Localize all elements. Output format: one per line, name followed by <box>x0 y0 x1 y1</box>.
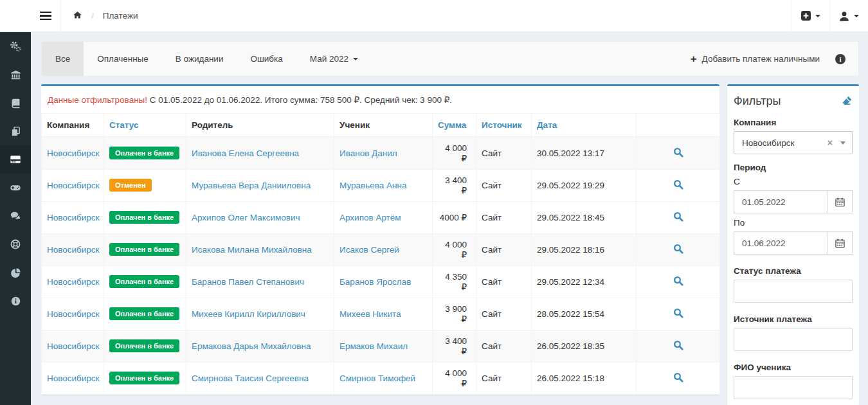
company-link[interactable]: Новосибирск <box>47 148 100 158</box>
col-status-sort[interactable]: Статус <box>104 114 186 138</box>
status-badge: Оплачен в банке <box>109 372 179 384</box>
company-link[interactable]: Новосибирск <box>47 341 100 351</box>
view-payment-button[interactable] <box>673 214 683 224</box>
period-to-label: По <box>734 218 853 228</box>
view-payment-button[interactable] <box>673 182 683 192</box>
source-filter-input[interactable] <box>734 328 853 351</box>
plus-square-icon <box>801 11 811 21</box>
parent-link[interactable]: Смирнова Таисия Сергеевна <box>192 374 309 383</box>
sidebar-toggle-button[interactable] <box>31 0 61 32</box>
sidebar-item-reports[interactable] <box>0 258 31 287</box>
student-link[interactable]: Иванов Данил <box>339 148 397 158</box>
clear-filters-button[interactable] <box>842 95 853 108</box>
parent-link[interactable]: Баранов Павел Степанович <box>192 277 304 287</box>
search-icon <box>673 244 683 254</box>
info-circle-icon[interactable]: i <box>835 54 845 64</box>
company-link[interactable]: Новосибирск <box>47 277 100 287</box>
amount-cell: 4000 ₽ <box>433 201 476 233</box>
view-payment-button[interactable] <box>673 246 683 256</box>
status-badge: Оплачен в банке <box>109 339 179 352</box>
student-link[interactable]: Архипов Артём <box>339 213 401 222</box>
view-payment-button[interactable] <box>673 310 683 320</box>
life-ring-icon <box>10 239 21 250</box>
student-link[interactable]: Баранов Ярослав <box>339 277 411 287</box>
view-payment-button[interactable] <box>673 150 683 159</box>
student-link[interactable]: Смирнов Тимофей <box>339 374 415 383</box>
student-link[interactable]: Муравьева Анна <box>339 181 406 190</box>
view-payment-button[interactable] <box>673 375 683 384</box>
search-icon <box>673 276 683 286</box>
comments-icon <box>10 210 21 222</box>
copy-icon <box>10 126 21 137</box>
table-row: Новосибирск Оплачен в банке Баранов Паве… <box>42 266 720 298</box>
parent-link[interactable]: Архипов Олег Максимович <box>192 213 300 222</box>
source-cell: Сайт <box>476 298 532 330</box>
col-amount-sort[interactable]: Сумма <box>433 114 476 138</box>
company-link[interactable]: Новосибирск <box>47 309 100 319</box>
add-cash-payment-button[interactable]: + Добавить платеж наличными <box>691 53 820 64</box>
amount-cell: 3 400 ₽ <box>433 169 476 201</box>
student-filter-input[interactable] <box>734 376 853 399</box>
student-link[interactable]: Михеев Никита <box>339 309 401 319</box>
sidebar-item-messages[interactable] <box>0 202 31 230</box>
date-cell: 28.05.2022 15:54 <box>532 298 637 330</box>
parent-link[interactable]: Муравьева Вера Данииловна <box>192 181 311 190</box>
company-link[interactable]: Новосибирск <box>47 213 100 222</box>
calendar-icon <box>835 197 845 207</box>
amount-cell: 4 000 ₽ <box>433 362 476 394</box>
search-icon <box>673 340 683 350</box>
info-icon <box>10 296 21 307</box>
date-cell: 26.05.2022 18:35 <box>532 330 637 362</box>
credit-card-icon <box>10 154 21 165</box>
clear-selection-icon[interactable]: × <box>827 138 833 148</box>
breadcrumb-current: Платежи <box>103 11 138 21</box>
user-menu-dropdown[interactable] <box>829 0 868 32</box>
view-payment-button[interactable] <box>673 343 683 352</box>
parent-link[interactable]: Иванова Елена Сергеевна <box>192 148 299 158</box>
quick-add-dropdown[interactable] <box>791 0 829 32</box>
search-icon <box>673 179 683 190</box>
sidebar-item-support[interactable] <box>0 230 31 258</box>
col-company: Компания <box>42 114 104 138</box>
col-source-sort[interactable]: Источник <box>476 114 532 138</box>
company-link[interactable]: Новосибирск <box>47 374 100 383</box>
parent-link[interactable]: Ермакова Дарья Михайловна <box>192 341 311 351</box>
company-link[interactable]: Новосибирск <box>47 245 100 255</box>
tab-all[interactable]: Все <box>42 42 84 76</box>
tab-error[interactable]: Ошибка <box>237 42 296 76</box>
user-icon <box>839 11 849 21</box>
tab-pending[interactable]: В ожидании <box>162 42 237 76</box>
parent-link[interactable]: Исакова Милана Михайловна <box>192 245 312 255</box>
sidebar-item-organization[interactable] <box>0 60 31 89</box>
amount-cell: 4 350 ₽ <box>433 266 476 298</box>
sidebar-item-games[interactable] <box>0 174 31 202</box>
student-link[interactable]: Исаков Сергей <box>339 245 399 255</box>
student-link[interactable]: Ермаков Михаил <box>339 341 408 351</box>
company-link[interactable]: Новосибирск <box>47 181 100 190</box>
status-badge: Оплачен в банке <box>109 147 179 159</box>
select-caret-icon <box>840 141 845 145</box>
sidebar-item-settings[interactable] <box>0 32 31 60</box>
tab-month-dropdown[interactable]: Май 2022 <box>296 42 372 76</box>
sidebar-item-payments[interactable] <box>0 145 31 174</box>
search-icon <box>673 147 683 158</box>
date-from-calendar-button[interactable] <box>827 190 853 213</box>
tab-paid[interactable]: Оплаченные <box>84 42 162 76</box>
date-to-input[interactable] <box>734 231 827 255</box>
amount-cell: 3 900 ₽ <box>433 298 476 330</box>
status-filter-input[interactable] <box>734 280 853 303</box>
book-icon <box>10 98 21 109</box>
search-icon <box>673 212 683 222</box>
sidebar-item-documents[interactable] <box>0 117 31 145</box>
view-payment-button[interactable] <box>673 278 683 288</box>
parent-link[interactable]: Михеев Кирилл Кириллович <box>192 309 305 319</box>
table-row: Новосибирск Оплачен в банке Ермакова Дар… <box>42 330 720 362</box>
date-cell: 29.05.2022 18:45 <box>532 201 637 233</box>
col-date-sort[interactable]: Дата <box>532 114 637 138</box>
company-select[interactable]: Новосибирск × <box>734 131 853 154</box>
home-icon[interactable] <box>73 10 82 22</box>
sidebar-item-info[interactable] <box>0 287 31 315</box>
date-from-input[interactable] <box>734 190 827 213</box>
date-to-calendar-button[interactable] <box>827 231 853 255</box>
sidebar-item-journal[interactable] <box>0 89 31 117</box>
